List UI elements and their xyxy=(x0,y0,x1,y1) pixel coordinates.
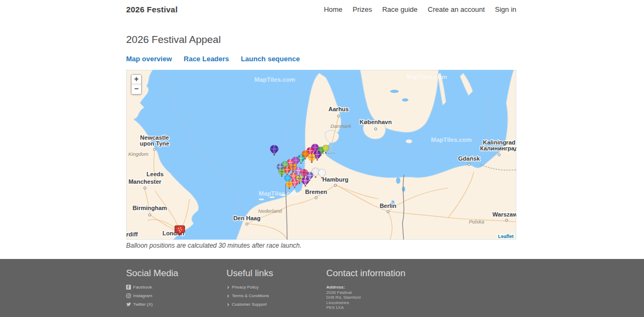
chevron-right-icon xyxy=(226,303,229,306)
map-overview[interactable]: + − MapTiles.comMapTiles.comMapTiles.com… xyxy=(126,70,516,240)
map-caption: Balloon positions are calculated 30 minu… xyxy=(126,242,516,249)
social-heading: Social Media xyxy=(126,268,226,279)
map-canvas[interactable]: MapTiles.comMapTiles.comMapTiles.comMapT… xyxy=(126,70,516,240)
city-dot xyxy=(468,163,470,165)
address-line: Lincolnshire xyxy=(326,300,466,306)
city-label: Aarhus xyxy=(328,106,349,112)
address-line: PE9 1XA xyxy=(326,305,466,311)
city-dot xyxy=(375,128,377,130)
city-label: Birmingham xyxy=(133,205,167,211)
tab-launch-sequence[interactable]: Launch sequence xyxy=(241,55,300,63)
nav-item-prizes[interactable]: Prizes xyxy=(353,5,372,13)
nav-item-create-account[interactable]: Create an account xyxy=(428,5,485,13)
city-dot xyxy=(506,219,508,221)
social-link-facebook[interactable]: Facebook xyxy=(126,285,226,290)
chevron-right-icon xyxy=(226,294,229,298)
top-header: 2026 Festival Home Prizes Race guide Cre… xyxy=(0,0,644,14)
footer-links-section: Useful links Privacy Policy Terms & Cond… xyxy=(226,268,326,311)
region-label: Kingdom xyxy=(128,151,149,157)
tab-map-overview[interactable]: Map overview xyxy=(126,55,172,63)
city-label: upon Tyne xyxy=(140,140,170,147)
map-zoom-out-button[interactable]: − xyxy=(131,84,141,94)
city-dot xyxy=(498,154,500,156)
footer-contact-section: Contact information Address: 2026 Festiv… xyxy=(326,268,466,311)
map-attribution-link[interactable]: Leaflet xyxy=(497,234,515,239)
footer-social-section: Social Media Facebook Instagram Twitter … xyxy=(126,268,226,311)
city-label: Leeds xyxy=(147,171,164,177)
city-label: Bremen xyxy=(305,189,327,195)
city-dot xyxy=(153,148,156,150)
city-dot xyxy=(246,223,248,225)
tab-race-leaders[interactable]: Race Leaders xyxy=(184,55,229,63)
city-label: Cardiff xyxy=(126,231,138,237)
address-line: 2026 Festival xyxy=(326,290,466,296)
brand-logo[interactable]: 2026 Festival xyxy=(126,5,178,14)
city-dot xyxy=(315,197,317,199)
twitter-icon xyxy=(126,302,131,307)
city-dot xyxy=(387,211,389,213)
nav-item-race-guide[interactable]: Race guide xyxy=(382,5,418,13)
city-label: Gdańsk xyxy=(458,155,480,162)
facebook-icon xyxy=(126,285,131,290)
social-link-instagram[interactable]: Instagram xyxy=(126,293,226,298)
page-title: 2026 Festival Appeal xyxy=(126,34,516,46)
footer-link-terms-conditions[interactable]: Terms & Conditions xyxy=(226,293,326,298)
city-dot xyxy=(144,187,146,189)
map-zoom-control: + − xyxy=(131,74,142,95)
chevron-right-icon xyxy=(226,286,229,289)
region-label: Polska xyxy=(469,219,485,225)
city-dot xyxy=(149,214,151,216)
city-dot xyxy=(338,115,340,117)
instagram-icon xyxy=(126,293,131,298)
page-footer: Social Media Facebook Instagram Twitter … xyxy=(0,259,644,317)
footer-link-privacy-policy[interactable]: Privacy Policy xyxy=(226,285,326,290)
main-nav: Home Prizes Race guide Create an account… xyxy=(324,5,516,13)
contact-address: Address: 2026 Festival Drift Rd, Stamfor… xyxy=(326,285,466,311)
map-watermark: MapTiles.com xyxy=(254,76,295,83)
city-label: Hamburg xyxy=(323,176,348,183)
map-watermark: MapTiles.com xyxy=(406,74,447,80)
city-label: Manchester xyxy=(128,178,162,185)
useful-links-heading: Useful links xyxy=(226,268,326,279)
city-label: Калининград xyxy=(480,145,516,152)
city-label: Den Haag xyxy=(233,215,261,221)
city-dot xyxy=(334,184,336,186)
address-line: Drift Rd, Stamford xyxy=(326,295,466,300)
city-label: Warszawa xyxy=(493,211,516,218)
tab-bar: Map overview Race Leaders Launch sequenc… xyxy=(126,55,516,63)
map-zoom-in-button[interactable]: + xyxy=(131,75,141,84)
footer-link-customer-support[interactable]: Customer Support xyxy=(226,302,326,307)
nav-item-home[interactable]: Home xyxy=(324,5,342,13)
contact-heading: Contact information xyxy=(326,268,466,279)
region-label: Danmark xyxy=(331,123,352,129)
city-label: Berlin xyxy=(379,203,396,209)
city-label: København xyxy=(360,119,392,125)
map-watermark: MapTiles.com xyxy=(259,190,299,197)
social-link-twitter[interactable]: Twitter (X) xyxy=(126,302,226,307)
map-watermark: MapTiles.com xyxy=(431,136,472,143)
region-label: Nederland xyxy=(258,208,282,214)
nav-item-sign-in[interactable]: Sign in xyxy=(495,5,516,13)
